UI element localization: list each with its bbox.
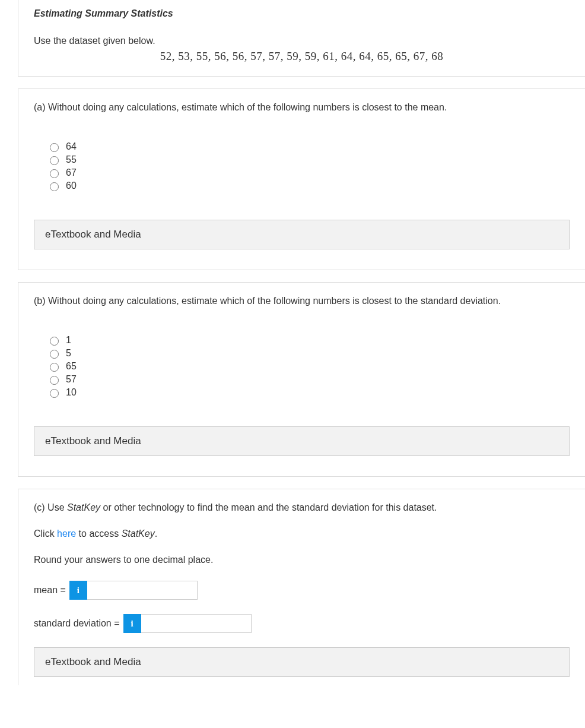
radio-b-4[interactable] bbox=[50, 389, 59, 398]
radio-b-3[interactable] bbox=[50, 376, 59, 385]
option-a-1[interactable]: 55 bbox=[47, 154, 570, 165]
info-icon[interactable]: i bbox=[123, 614, 141, 633]
part-c-line3: Round your answers to one decimal place. bbox=[34, 555, 570, 565]
mean-label: mean = bbox=[34, 585, 66, 596]
statkey-italic: StatKey bbox=[122, 528, 155, 539]
part-c-line2: Click here to access StatKey. bbox=[34, 528, 570, 539]
option-b-0[interactable]: 1 bbox=[47, 335, 570, 346]
etextbook-media-button[interactable]: eTextbook and Media bbox=[34, 647, 570, 677]
statkey-link[interactable]: here bbox=[57, 528, 76, 539]
etextbook-media-button[interactable]: eTextbook and Media bbox=[34, 220, 570, 249]
statkey-italic: StatKey bbox=[67, 502, 100, 512]
option-label: 5 bbox=[66, 348, 71, 359]
option-label: 10 bbox=[66, 387, 77, 398]
radio-b-0[interactable] bbox=[50, 337, 59, 346]
option-label: 1 bbox=[66, 335, 71, 346]
radio-a-2[interactable] bbox=[50, 169, 59, 178]
part-b-panel: (b) Without doing any calculations, esti… bbox=[18, 282, 585, 477]
option-b-1[interactable]: 5 bbox=[47, 348, 570, 359]
radio-a-3[interactable] bbox=[50, 182, 59, 191]
text-fragment: to access bbox=[76, 528, 121, 539]
part-a-panel: (a) Without doing any calculations, esti… bbox=[18, 88, 585, 270]
text-fragment: (c) Use bbox=[34, 502, 67, 512]
part-a-options: 64 55 67 60 bbox=[47, 141, 570, 191]
option-label: 65 bbox=[66, 361, 77, 372]
part-b-options: 1 5 65 57 10 bbox=[47, 335, 570, 398]
dataset-values: 52, 53, 55, 56, 56, 57, 57, 59, 59, 61, … bbox=[34, 50, 570, 63]
text-fragment: or other technology to find the mean and… bbox=[100, 502, 437, 512]
radio-b-1[interactable] bbox=[50, 350, 59, 359]
intro-title: Estimating Summary Statistics bbox=[34, 8, 570, 19]
mean-answer-row: mean = i bbox=[34, 581, 570, 600]
etextbook-media-button[interactable]: eTextbook and Media bbox=[34, 426, 570, 456]
option-label: 60 bbox=[66, 181, 77, 191]
radio-b-2[interactable] bbox=[50, 363, 59, 372]
option-a-3[interactable]: 60 bbox=[47, 181, 570, 191]
radio-a-0[interactable] bbox=[50, 143, 59, 152]
option-a-0[interactable]: 64 bbox=[47, 141, 570, 152]
text-fragment: . bbox=[155, 528, 157, 539]
option-b-3[interactable]: 57 bbox=[47, 374, 570, 385]
sd-answer-row: standard deviation = i bbox=[34, 614, 570, 633]
option-label: 67 bbox=[66, 167, 77, 178]
radio-a-1[interactable] bbox=[50, 156, 59, 165]
option-label: 57 bbox=[66, 374, 77, 385]
option-a-2[interactable]: 67 bbox=[47, 167, 570, 178]
sd-input[interactable] bbox=[141, 614, 252, 633]
option-b-2[interactable]: 65 bbox=[47, 361, 570, 372]
part-b-prompt: (b) Without doing any calculations, esti… bbox=[34, 296, 570, 306]
sd-label: standard deviation = bbox=[34, 618, 120, 629]
part-c-panel: (c) Use StatKey or other technology to f… bbox=[18, 489, 585, 685]
intro-instruction: Use the dataset given below. bbox=[34, 36, 570, 46]
option-label: 55 bbox=[66, 154, 77, 165]
text-fragment: Click bbox=[34, 528, 57, 539]
part-c-line1: (c) Use StatKey or other technology to f… bbox=[34, 502, 570, 513]
part-a-prompt: (a) Without doing any calculations, esti… bbox=[34, 102, 570, 113]
info-icon[interactable]: i bbox=[69, 581, 87, 600]
option-label: 64 bbox=[66, 141, 77, 152]
intro-panel: Estimating Summary Statistics Use the da… bbox=[18, 0, 585, 77]
mean-input[interactable] bbox=[87, 581, 198, 600]
option-b-4[interactable]: 10 bbox=[47, 387, 570, 398]
